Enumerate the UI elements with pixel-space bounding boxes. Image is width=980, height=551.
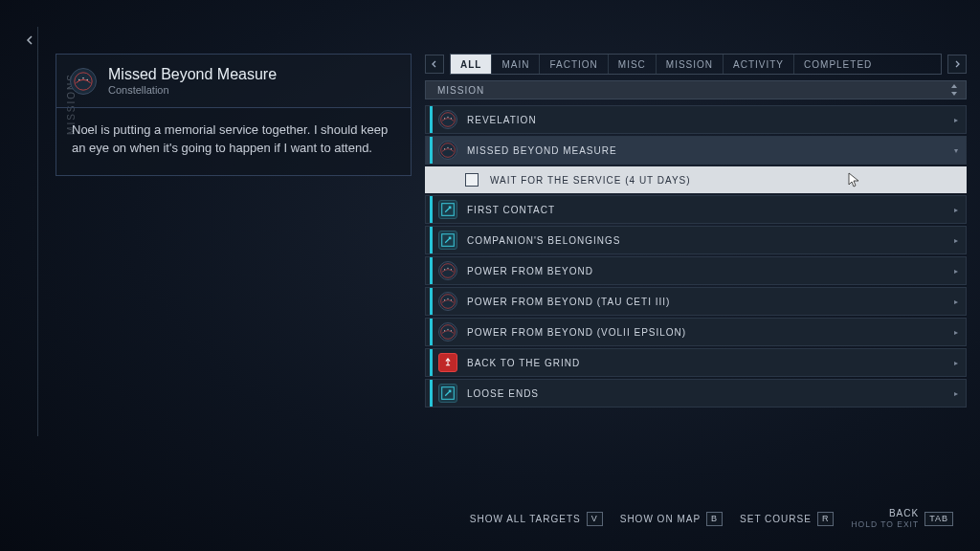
objective-label: WAIT FOR THE SERVICE (4 UT DAYS): [490, 175, 691, 186]
hint-set-course[interactable]: SET COURSE R: [740, 512, 834, 526]
hint-show-on-map[interactable]: SHOW ON MAP B: [620, 512, 723, 526]
mission-row-label: POWER FROM BEYOND: [467, 266, 954, 276]
mission-row[interactable]: LOOSE ENDS▸: [425, 379, 967, 408]
tab-all[interactable]: ALL: [451, 55, 492, 74]
accent-bar: [430, 319, 433, 345]
tab-misc[interactable]: MISC: [609, 55, 657, 74]
tab-faction[interactable]: FACTION: [540, 55, 608, 74]
mission-type-icon: [438, 231, 457, 250]
key-icon: TAB: [924, 512, 953, 526]
svg-point-3: [87, 78, 88, 79]
svg-point-11: [451, 148, 452, 149]
accent-bar: [430, 288, 433, 315]
mission-type-icon: [438, 353, 457, 372]
svg-point-22: [441, 325, 456, 340]
mission-row[interactable]: POWER FROM BEYOND (TAU CETI III)▸: [425, 287, 967, 316]
accent-bar: [430, 380, 433, 407]
hint-label: SET COURSE: [740, 514, 812, 524]
faction-badge-icon: [70, 68, 97, 95]
mission-row-label: COMPANION'S BELONGINGS: [467, 235, 954, 246]
tab-mission[interactable]: MISSION: [657, 55, 724, 74]
accent-bar: [430, 227, 433, 253]
mission-row[interactable]: POWER FROM BEYOND (VOLII EPSILON)▸: [425, 318, 967, 346]
tab-next-button[interactable]: [947, 55, 967, 74]
tab-activity[interactable]: ACTIVITY: [724, 55, 794, 74]
svg-point-4: [441, 113, 456, 127]
hint-label: SHOW ON MAP: [620, 514, 701, 524]
mission-row[interactable]: BACK TO THE GRIND▸: [425, 348, 967, 377]
sort-icon[interactable]: [950, 83, 958, 99]
mission-type-icon: [438, 261, 457, 280]
mission-detail-card: Missed Beyond Measure Constellation Noel…: [56, 54, 412, 176]
footer-hints: SHOW ALL TARGETS V SHOW ON MAP B SET COU…: [470, 508, 953, 530]
tab-prev-button[interactable]: [425, 55, 444, 74]
mission-type-icon: [438, 200, 457, 219]
mission-title: Missed Beyond Measure: [108, 66, 277, 83]
mission-list-header[interactable]: MISSION: [425, 80, 967, 99]
hint-label: SHOW ALL TARGETS: [470, 514, 581, 524]
svg-point-16: [447, 268, 448, 269]
mission-description: Noel is putting a memorial service toget…: [56, 107, 412, 176]
svg-point-9: [444, 148, 445, 149]
chevron-right-icon: ▸: [954, 116, 958, 124]
tab-completed[interactable]: COMPLETED: [794, 55, 881, 74]
mission-list: REVELATION▸MISSED BEYOND MEASURE▾WAIT FO…: [425, 105, 967, 408]
mission-row[interactable]: COMPANION'S BELONGINGS▸: [425, 226, 967, 254]
svg-point-20: [447, 298, 448, 299]
side-collapse-arrow-icon[interactable]: [24, 33, 35, 44]
mission-row[interactable]: POWER FROM BEYOND▸: [425, 256, 967, 285]
mission-row-label: REVELATION: [467, 115, 954, 125]
key-icon: B: [706, 512, 723, 526]
svg-point-21: [451, 299, 452, 300]
hint-label: BACK: [851, 508, 919, 520]
svg-point-6: [447, 117, 448, 118]
mission-row-label: MISSED BEYOND MEASURE: [467, 145, 954, 156]
chevron-right-icon: ▸: [954, 298, 958, 306]
accent-bar: [430, 196, 433, 223]
objective-checkbox[interactable]: [465, 173, 479, 187]
svg-point-5: [444, 118, 445, 119]
chevron-right-icon: ▸: [954, 267, 958, 276]
mission-row-label: LOOSE ENDS: [467, 388, 954, 399]
chevron-down-icon: ▾: [954, 146, 958, 155]
mission-tabs: ALLMAINFACTIONMISCMISSIONACTIVITYCOMPLET…: [450, 54, 942, 75]
svg-point-10: [447, 147, 448, 148]
mission-type-icon: [438, 322, 457, 342]
mission-type-icon: [438, 384, 457, 403]
svg-point-23: [444, 330, 445, 331]
mission-row-label: POWER FROM BEYOND (VOLII EPSILON): [467, 327, 954, 338]
chevron-right-icon: ▸: [954, 236, 958, 245]
mission-row-label: BACK TO THE GRIND: [467, 358, 954, 368]
mission-row-label: POWER FROM BEYOND (TAU CETI III): [467, 297, 954, 307]
mission-type-icon: [438, 110, 457, 129]
accent-bar: [430, 349, 433, 376]
tab-main[interactable]: MAIN: [492, 55, 540, 74]
accent-bar: [430, 137, 433, 164]
svg-point-7: [451, 118, 452, 119]
svg-point-19: [444, 299, 445, 300]
objective-row[interactable]: WAIT FOR THE SERVICE (4 UT DAYS): [425, 166, 967, 193]
chevron-right-icon: ▸: [954, 359, 958, 367]
mission-type-icon: [438, 141, 457, 160]
hint-back[interactable]: BACK HOLD TO EXIT TAB: [851, 508, 953, 530]
mission-row[interactable]: REVELATION▸: [425, 105, 967, 134]
mission-row-label: FIRST CONTACT: [467, 205, 954, 215]
svg-point-1: [78, 78, 79, 79]
list-header-label: MISSION: [437, 85, 484, 96]
svg-point-2: [82, 77, 83, 78]
hint-show-all-targets[interactable]: SHOW ALL TARGETS V: [470, 512, 603, 526]
chevron-right-icon: ▸: [954, 206, 958, 214]
hint-sublabel: HOLD TO EXIT: [851, 519, 919, 530]
mission-row[interactable]: MISSED BEYOND MEASURE▾: [425, 136, 967, 165]
key-icon: R: [817, 512, 835, 526]
svg-point-0: [75, 72, 92, 89]
svg-point-24: [447, 329, 448, 330]
svg-point-18: [441, 295, 456, 309]
mission-type-icon: [438, 292, 457, 311]
mission-row[interactable]: FIRST CONTACT▸: [425, 195, 967, 224]
key-icon: V: [587, 512, 603, 526]
svg-point-14: [441, 264, 456, 278]
mission-faction: Constellation: [108, 84, 277, 96]
svg-point-17: [451, 269, 452, 270]
svg-point-8: [441, 143, 456, 158]
